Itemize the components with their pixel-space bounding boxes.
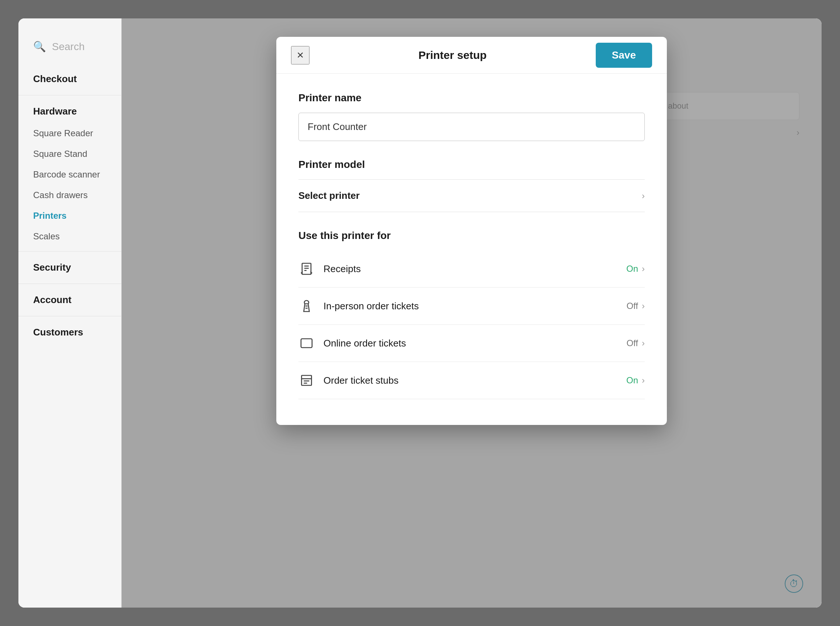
svg-rect-7 xyxy=(302,376,312,385)
modal-body: Printer name Printer model Select printe… xyxy=(276,74,667,425)
printer-name-section-title: Printer name xyxy=(298,92,645,104)
stubs-label: Order ticket stubs xyxy=(323,375,399,386)
select-printer-row[interactable]: Select printer › xyxy=(298,179,645,212)
order-ticket-stubs-row[interactable]: Order ticket stubs On › xyxy=(298,362,645,399)
online-row-left: Online order tickets xyxy=(298,335,406,351)
sidebar-item-cash-drawers[interactable]: Cash drawers xyxy=(19,185,121,205)
online-icon xyxy=(298,335,315,351)
search-bar[interactable]: 🔍 Search xyxy=(19,33,121,60)
select-printer-chevron-icon: › xyxy=(642,191,645,201)
printer-model-section-title: Printer model xyxy=(298,159,645,171)
sidebar-item-scales[interactable]: Scales xyxy=(19,226,121,247)
in-person-row-left: In-person order tickets xyxy=(298,298,419,314)
sidebar: 🔍 Search Checkout Hardware Square Reader… xyxy=(19,19,122,607)
select-printer-label: Select printer xyxy=(298,190,360,202)
sidebar-item-customers[interactable]: Customers xyxy=(19,321,121,344)
in-person-icon xyxy=(298,298,315,314)
online-row-right: Off › xyxy=(626,338,645,348)
receipts-row-left: Receipts xyxy=(298,261,361,277)
svg-rect-6 xyxy=(301,339,312,347)
receipts-icon xyxy=(298,261,315,277)
stubs-row-right: On › xyxy=(626,375,645,385)
in-person-order-tickets-row[interactable]: In-person order tickets Off › xyxy=(298,288,645,325)
sidebar-item-square-reader[interactable]: Square Reader xyxy=(19,123,121,144)
online-status: Off xyxy=(626,338,638,348)
stubs-status: On xyxy=(626,375,638,385)
in-person-label: In-person order tickets xyxy=(323,300,419,312)
online-label: Online order tickets xyxy=(323,338,406,349)
online-chevron-icon: › xyxy=(642,338,645,348)
printer-name-input[interactable] xyxy=(298,113,645,141)
sidebar-item-checkout[interactable]: Checkout xyxy=(19,67,121,91)
save-button[interactable]: Save xyxy=(596,43,652,68)
sidebar-item-barcode-scanner[interactable]: Barcode scanner xyxy=(19,164,121,185)
stubs-icon xyxy=(298,372,315,388)
in-person-row-right: Off › xyxy=(626,301,645,311)
sidebar-item-square-stand[interactable]: Square Stand xyxy=(19,144,121,164)
sidebar-divider-1 xyxy=(19,95,121,95)
receipts-label: Receipts xyxy=(323,263,361,275)
app-container: 🔍 Search Checkout Hardware Square Reader… xyxy=(19,19,821,607)
search-input-label: Search xyxy=(52,41,85,53)
search-icon: 🔍 xyxy=(33,41,46,53)
main-content: e about cted › × Printer setup Save Prin… xyxy=(122,19,821,607)
receipts-status: On xyxy=(626,264,638,274)
sidebar-divider-4 xyxy=(19,316,121,316)
printer-setup-modal: × Printer setup Save Printer name Printe… xyxy=(276,37,667,425)
sidebar-divider-2 xyxy=(19,251,121,252)
stubs-row-left: Order ticket stubs xyxy=(298,372,399,388)
modal-header: × Printer setup Save xyxy=(276,37,667,74)
receipts-row[interactable]: Receipts On › xyxy=(298,250,645,288)
sidebar-item-security[interactable]: Security xyxy=(19,256,121,279)
in-person-chevron-icon: › xyxy=(642,301,645,311)
use-for-section-title: Use this printer for xyxy=(298,230,645,241)
sidebar-item-account[interactable]: Account xyxy=(19,288,121,311)
close-button[interactable]: × xyxy=(291,46,309,64)
sidebar-item-hardware[interactable]: Hardware xyxy=(19,100,121,123)
in-person-status: Off xyxy=(626,301,638,311)
online-order-tickets-row[interactable]: Online order tickets Off › xyxy=(298,325,645,362)
use-for-section: Use this printer for xyxy=(298,230,645,399)
stubs-chevron-icon: › xyxy=(642,375,645,385)
sidebar-item-printers[interactable]: Printers xyxy=(19,205,121,226)
receipts-chevron-icon: › xyxy=(642,264,645,274)
modal-title: Printer setup xyxy=(309,49,596,61)
svg-rect-0 xyxy=(302,263,311,274)
sidebar-divider-3 xyxy=(19,283,121,284)
receipts-row-right: On › xyxy=(626,264,645,274)
